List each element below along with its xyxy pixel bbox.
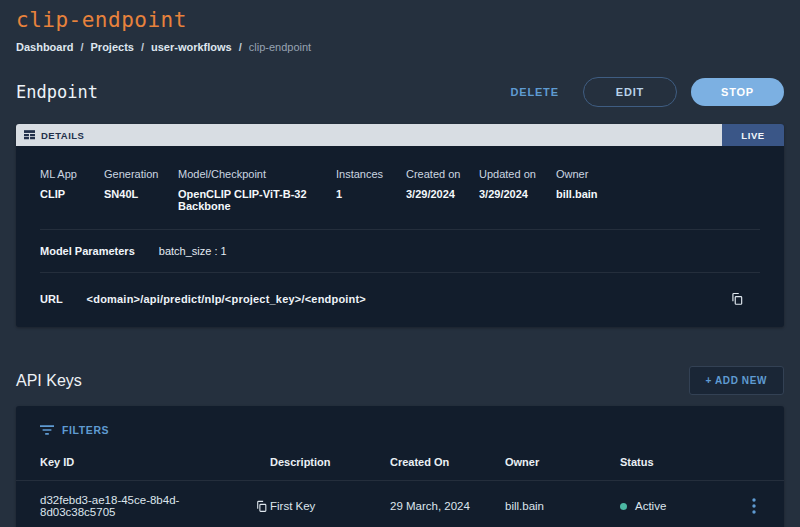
details-fields: ML App CLIP Generation SN40L Model/Check…: [40, 146, 760, 229]
owner-cell: bill.bain: [505, 500, 620, 512]
row-menu-button[interactable]: [748, 494, 760, 518]
details-header-label: DETAILS: [41, 130, 84, 141]
url-label: URL: [40, 293, 63, 305]
detail-field-generation: Generation SN40L: [104, 168, 178, 212]
breadcrumb-item-dashboard[interactable]: Dashboard: [16, 41, 73, 53]
delete-button[interactable]: DELETE: [501, 80, 569, 104]
api-keys-panel: FILTERS Key ID Description Created On Ow…: [16, 406, 784, 527]
breadcrumb-separator: /: [239, 41, 242, 53]
status-active-dot: [620, 503, 627, 510]
filters-label: FILTERS: [62, 424, 109, 436]
status-cell: Active: [620, 500, 736, 512]
copy-url-button[interactable]: [726, 288, 748, 310]
breadcrumb-item-current: clip-endpoint: [249, 41, 311, 53]
details-panel: DETAILS LIVE ML App CLIP Generation SN40…: [16, 124, 784, 327]
table-icon: [24, 130, 35, 140]
filters-button[interactable]: FILTERS: [16, 406, 133, 442]
details-header: DETAILS LIVE: [16, 124, 784, 146]
column-header-description: Description: [270, 456, 390, 468]
key-id-value: d32febd3-ae18-45ce-8b4d-8d03c38c5705: [40, 494, 247, 518]
description-cell: First Key: [270, 500, 390, 512]
column-header-status: Status: [620, 456, 736, 468]
detail-field-instances: Instances 1: [336, 168, 406, 212]
status-label: Active: [635, 500, 666, 512]
table-row: d32febd3-ae18-45ce-8b4d-8d03c38c5705 Fir…: [16, 481, 784, 527]
url-row: URL <domain>/api/predict/nlp/<project_ke…: [40, 273, 760, 327]
details-header-bar: DETAILS: [16, 124, 722, 146]
api-keys-header: API Keys + ADD NEW: [16, 366, 784, 395]
created-on-cell: 29 March, 2024: [390, 500, 505, 512]
model-parameters-label: Model Parameters: [40, 245, 135, 257]
live-status-badge: LIVE: [722, 124, 784, 146]
detail-field-model-checkpoint: Model/Checkpoint OpenCLIP CLIP-ViT-B-32 …: [178, 168, 336, 212]
detail-field-ml-app: ML App CLIP: [40, 168, 104, 212]
breadcrumb-separator: /: [80, 41, 83, 53]
edit-button[interactable]: EDIT: [583, 77, 677, 107]
filter-icon: [40, 425, 54, 435]
endpoint-actions: DELETE EDIT STOP: [501, 77, 784, 107]
app-title: clip-endpoint: [16, 0, 784, 32]
detail-field-created-on: Created on 3/29/2024: [406, 168, 479, 212]
breadcrumb: Dashboard / Projects / user-workflows / …: [16, 41, 784, 53]
url-value: <domain>/api/predict/nlp/<project_key>/<…: [87, 293, 366, 305]
detail-field-owner: Owner bill.bain: [556, 168, 760, 212]
api-keys-title: API Keys: [16, 372, 82, 390]
column-header-owner: Owner: [505, 456, 620, 468]
api-keys-table-header: Key ID Description Created On Owner Stat…: [16, 442, 784, 480]
copy-key-button[interactable]: [253, 498, 270, 515]
key-id-cell: d32febd3-ae18-45ce-8b4d-8d03c38c5705: [40, 494, 270, 518]
copy-icon: [255, 500, 268, 513]
kebab-icon: [752, 498, 756, 514]
breadcrumb-item-projects[interactable]: Projects: [91, 41, 134, 53]
model-parameters-row: Model Parameters batch_size : 1: [40, 230, 760, 272]
endpoint-title-row: Endpoint DELETE EDIT STOP: [16, 77, 784, 107]
column-header-key-id: Key ID: [40, 456, 270, 468]
details-body: ML App CLIP Generation SN40L Model/Check…: [16, 146, 784, 327]
column-header-created-on: Created On: [390, 456, 505, 468]
detail-field-updated-on: Updated on 3/29/2024: [479, 168, 556, 212]
page: clip-endpoint Dashboard / Projects / use…: [0, 0, 800, 527]
model-parameters-value: batch_size : 1: [159, 245, 227, 257]
stop-button[interactable]: STOP: [691, 78, 784, 106]
page-title: Endpoint: [16, 82, 98, 102]
breadcrumb-separator: /: [141, 41, 144, 53]
add-new-key-button[interactable]: + ADD NEW: [689, 366, 784, 395]
copy-icon: [730, 292, 744, 306]
breadcrumb-item-user-workflows[interactable]: user-workflows: [151, 41, 232, 53]
